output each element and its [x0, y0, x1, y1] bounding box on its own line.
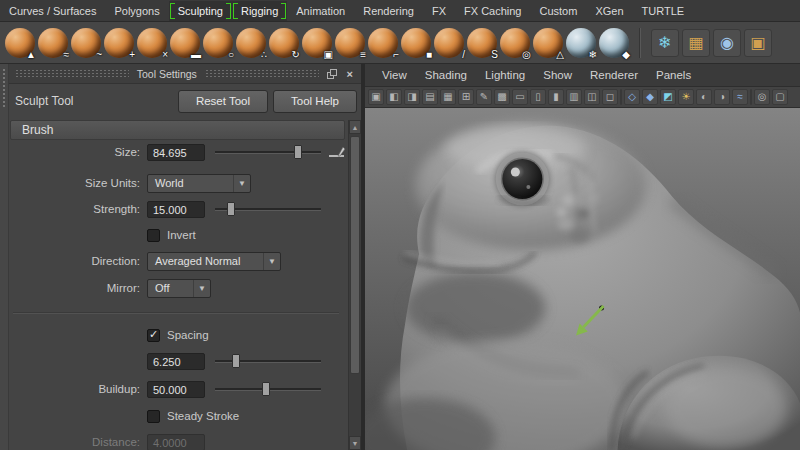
custom[interactable]: Custom	[531, 1, 587, 21]
wireframe-icon[interactable]: ◇	[624, 89, 640, 105]
close-icon[interactable]: ×	[345, 69, 355, 79]
size-slider[interactable]	[215, 144, 321, 160]
strength-input[interactable]: 15.000	[147, 201, 205, 218]
relax-brush-icon[interactable]: ~	[71, 28, 101, 58]
mirror-dropdown[interactable]: Off ▼	[147, 279, 211, 298]
frog-model[interactable]	[365, 108, 800, 450]
resolution-gate-icon[interactable]: ▯	[530, 89, 546, 105]
view[interactable]: View	[373, 69, 416, 81]
drag-dots-right[interactable]	[205, 69, 319, 78]
viewport-toolbar-icon[interactable]	[620, 89, 622, 105]
viewport-toolbar-icon[interactable]	[750, 89, 752, 105]
spray-brush-icon[interactable]: ∴	[236, 28, 266, 58]
safe-action-icon[interactable]: ◫	[584, 89, 600, 105]
lock-camera-icon[interactable]: ◧	[386, 89, 402, 105]
size-slider-handle[interactable]	[294, 145, 302, 159]
convert-frozen-brush-icon[interactable]: ◆	[599, 28, 629, 58]
fx-caching[interactable]: FX Caching	[455, 1, 530, 21]
camera-attributes-icon[interactable]: ◨	[404, 89, 420, 105]
grid-icon[interactable]: ▩	[494, 89, 510, 105]
select-camera-icon[interactable]: ▣	[368, 89, 384, 105]
brush-size-stamp-icon[interactable]	[328, 144, 346, 160]
lighting[interactable]: Lighting	[476, 69, 534, 81]
render-view-icon[interactable]: ◉	[713, 29, 741, 57]
reset-tool-button[interactable]: Reset Tool	[178, 90, 268, 113]
shaded-icon[interactable]: ◆	[642, 89, 658, 105]
knife-brush-icon[interactable]: /	[434, 28, 464, 58]
safe-title-icon[interactable]: ◻	[602, 89, 618, 105]
buildup-input[interactable]: 50.000	[147, 381, 205, 398]
smear-brush-icon[interactable]: S	[467, 28, 497, 58]
isolate-select-icon[interactable]: ◎	[754, 89, 770, 105]
repeat-brush-icon[interactable]: ↻	[269, 28, 299, 58]
flatten-brush-icon[interactable]: ▬	[170, 28, 200, 58]
textured-icon[interactable]: ◩	[660, 89, 676, 105]
grease-pencil-icon[interactable]: ✎	[476, 89, 492, 105]
direction-dropdown[interactable]: Averaged Normal ▼	[147, 252, 281, 271]
spacing-slider-handle[interactable]	[232, 354, 240, 368]
panel-drag-handle[interactable]	[0, 64, 9, 450]
tool-settings-scrollbar[interactable]: ▲ ▼	[348, 120, 361, 450]
sculpting[interactable]: Sculpting	[169, 1, 232, 21]
brush-section-header[interactable]: Brush	[10, 120, 345, 140]
turtle[interactable]: TURTLE	[633, 1, 694, 21]
snowflake-effects-icon[interactable]: ❄	[651, 29, 679, 57]
xray-icon[interactable]: ▢	[772, 89, 788, 105]
renderer[interactable]: Renderer	[581, 69, 647, 81]
size-input[interactable]: 84.695	[147, 144, 205, 161]
bookmark-icon[interactable]: ▤	[422, 89, 438, 105]
ao-icon[interactable]: ◑	[714, 89, 730, 105]
drag-dots-left[interactable]	[15, 69, 129, 78]
shadows-icon[interactable]: ◐	[696, 89, 712, 105]
gate-mask-icon[interactable]: ▮	[548, 89, 564, 105]
imprint-brush-icon[interactable]: ▣	[302, 28, 332, 58]
spacing-input[interactable]: 6.250	[147, 353, 205, 370]
smooth-brush-icon[interactable]: ≈	[38, 28, 68, 58]
texture-editor-icon[interactable]: ▦	[682, 29, 710, 57]
lights-icon[interactable]: ☀	[678, 89, 694, 105]
buildup-slider[interactable]	[215, 381, 321, 397]
strength-slider[interactable]	[215, 201, 321, 217]
strength-slider-handle[interactable]	[227, 202, 235, 216]
direction-value: Averaged Normal	[155, 255, 240, 267]
fx[interactable]: FX	[423, 1, 455, 21]
light-editor-icon[interactable]: ▣	[744, 29, 772, 57]
two-d-pan-zoom-icon[interactable]: ⊞	[458, 89, 474, 105]
field-chart-icon[interactable]: ▥	[566, 89, 582, 105]
fill-brush-icon[interactable]: ■	[401, 28, 431, 58]
spacing-slider[interactable]	[215, 353, 321, 369]
animation[interactable]: Animation	[287, 1, 354, 21]
freeze-brush-icon[interactable]: ❄	[566, 28, 596, 58]
grab-brush-icon[interactable]: +	[104, 28, 134, 58]
rigging[interactable]: Rigging	[232, 1, 287, 21]
motion-blur-icon[interactable]: ≈	[732, 89, 748, 105]
invert-checkbox[interactable]: ✓	[147, 229, 160, 242]
panels[interactable]: Panels	[647, 69, 700, 81]
size-units-dropdown[interactable]: World ▼	[147, 174, 251, 193]
pinch-brush-icon[interactable]: ×	[137, 28, 167, 58]
show[interactable]: Show	[534, 69, 581, 81]
rendering[interactable]: Rendering	[354, 1, 423, 21]
shading[interactable]: Shading	[416, 69, 476, 81]
sculpt-brush-icon[interactable]: ▲	[5, 28, 35, 58]
tool-help-button[interactable]: Tool Help	[273, 90, 357, 113]
wax-brush-icon[interactable]: ≡	[335, 28, 365, 58]
film-gate-icon[interactable]: ▭	[512, 89, 528, 105]
curves-surfaces[interactable]: Curves / Surfaces	[0, 1, 105, 21]
bulge-brush-icon[interactable]: ◎	[500, 28, 530, 58]
buildup-slider-handle[interactable]	[262, 382, 270, 396]
tool-settings-header[interactable]: Tool Settings ×	[9, 64, 361, 84]
image-plane-icon[interactable]: ▦	[440, 89, 456, 105]
amplify-brush-icon[interactable]: △	[533, 28, 563, 58]
steady-stroke-checkbox[interactable]: ✓	[147, 410, 160, 423]
scrape-brush-icon[interactable]: ⌐	[368, 28, 398, 58]
scroll-down-button[interactable]: ▼	[349, 436, 361, 450]
scroll-up-button[interactable]: ▲	[349, 120, 361, 134]
float-panel-icon[interactable]	[327, 69, 337, 79]
foamy-brush-icon[interactable]: ○	[203, 28, 233, 58]
polygons[interactable]: Polygons	[105, 1, 168, 21]
scrollbar-thumb[interactable]	[350, 136, 360, 374]
xgen[interactable]: XGen	[586, 1, 632, 21]
spacing-checkbox[interactable]: ✓	[147, 329, 160, 342]
viewport-3d-canvas[interactable]	[365, 108, 800, 450]
